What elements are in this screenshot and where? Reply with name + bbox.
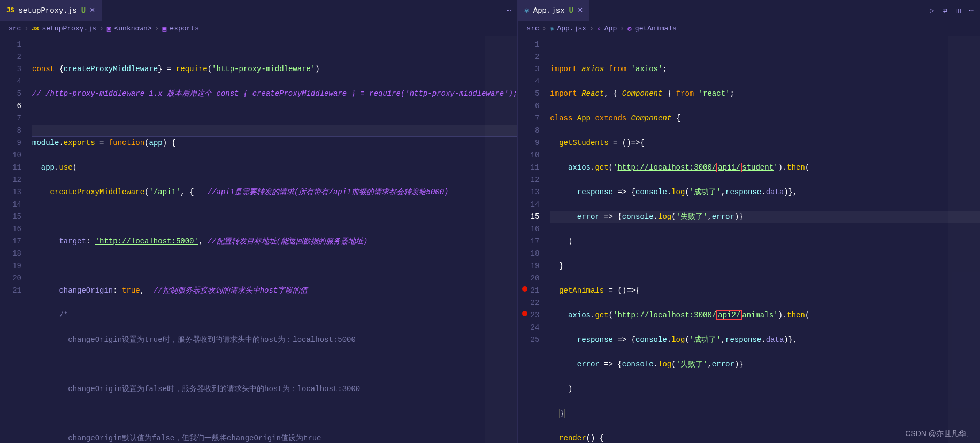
close-icon[interactable]: × xyxy=(90,6,95,16)
crumb-symbol[interactable]: getAnimals xyxy=(635,25,677,33)
symbol-icon: ▣ xyxy=(107,25,111,33)
crumb-symbol[interactable]: exports xyxy=(170,25,199,33)
crumb-symbol[interactable]: App xyxy=(604,25,617,33)
tab-filename: App.jsx xyxy=(533,6,565,15)
tab-modified-indicator: U xyxy=(569,6,573,15)
left-editor-pane: JS setupProxy.js U × ⋯ src › JS setupPro… xyxy=(0,0,518,443)
crumb-folder[interactable]: src xyxy=(526,25,539,33)
crumb-symbol[interactable]: <unknown> xyxy=(114,25,151,33)
left-breadcrumbs[interactable]: src › JS setupProxy.js › ▣ <unknown> › ▣… xyxy=(0,21,517,36)
crumb-file[interactable]: App.jsx xyxy=(557,25,586,33)
right-code-editor[interactable]: 1234567891011121314151617181920212223242… xyxy=(518,36,980,443)
crumb-folder[interactable]: src xyxy=(9,25,21,33)
js-file-icon: JS xyxy=(32,26,39,32)
split-icon[interactable]: ◫ xyxy=(956,6,960,15)
tab-setupproxy[interactable]: JS setupProxy.js U × xyxy=(0,0,102,21)
more-icon[interactable]: ⋯ xyxy=(969,6,974,15)
tab-appjsx[interactable]: ⚛ App.jsx U × xyxy=(518,0,589,21)
class-icon: ⬨ xyxy=(597,25,601,33)
chevron-right-icon: › xyxy=(24,25,28,33)
minimap[interactable] xyxy=(485,36,517,443)
run-icon[interactable]: ▷ xyxy=(930,6,934,15)
react-file-icon: ⚛ xyxy=(550,25,554,33)
crumb-file[interactable]: setupProxy.js xyxy=(42,25,96,33)
left-line-gutter: 123456789101112131415161718192021 xyxy=(0,36,32,443)
left-code[interactable]: const {createProxyMiddleware} = require(… xyxy=(32,36,517,443)
js-file-icon: JS xyxy=(6,7,14,14)
left-code-editor[interactable]: 123456789101112131415161718192021 const … xyxy=(0,36,517,443)
compare-icon[interactable]: ⇄ xyxy=(943,6,947,15)
right-code[interactable]: import axios from 'axios'; import React,… xyxy=(550,36,980,443)
right-tabs: ⚛ App.jsx U × ▷ ⇄ ◫ ⋯ xyxy=(518,0,980,21)
minimap[interactable] xyxy=(948,36,980,443)
chevron-right-icon: › xyxy=(620,25,624,33)
chevron-right-icon: › xyxy=(155,25,159,33)
symbol-icon: ▣ xyxy=(163,25,167,33)
tab-modified-indicator: U xyxy=(81,6,86,15)
tab-filename: setupProxy.js xyxy=(18,6,76,15)
chevron-right-icon: › xyxy=(99,25,104,33)
chevron-right-icon: › xyxy=(589,25,594,33)
right-line-gutter: 1234567891011121314151617181920212223242… xyxy=(518,36,550,443)
right-editor-pane: ⚛ App.jsx U × ▷ ⇄ ◫ ⋯ src › ⚛ App.jsx › … xyxy=(518,0,980,443)
react-file-icon: ⚛ xyxy=(524,6,529,15)
watermark: CSDN @亦世凡华、 xyxy=(905,429,974,439)
left-tabs: JS setupProxy.js U × ⋯ xyxy=(0,0,517,21)
method-icon: ⚙ xyxy=(627,25,632,33)
right-breadcrumbs[interactable]: src › ⚛ App.jsx › ⬨ App › ⚙ getAnimals xyxy=(518,21,980,36)
chevron-right-icon: › xyxy=(542,25,547,33)
close-icon[interactable]: × xyxy=(578,6,583,16)
more-icon[interactable]: ⋯ xyxy=(507,6,511,15)
